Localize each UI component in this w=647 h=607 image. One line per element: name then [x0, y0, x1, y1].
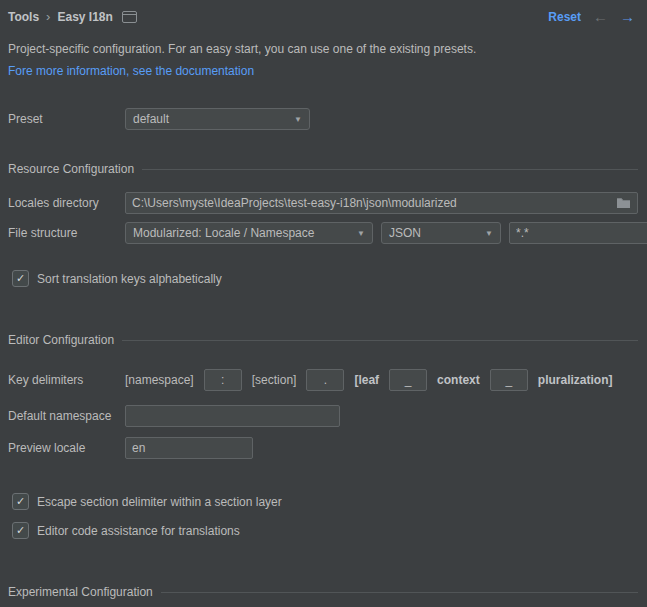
preview-locale-input[interactable]	[125, 437, 253, 459]
section-title: Editor Configuration	[8, 333, 114, 347]
escape-delimiter-checkbox[interactable]: ✓	[12, 493, 29, 510]
header-actions: Reset ← →	[548, 9, 635, 24]
file-format-dropdown-value: JSON	[389, 226, 421, 240]
checkmark-icon: ✓	[16, 496, 25, 507]
chevron-down-icon: ▼	[357, 229, 365, 238]
code-assistance-checkbox[interactable]: ✓	[12, 522, 29, 539]
folder-browse-icon[interactable]	[616, 196, 631, 209]
key-delimiters-row: Key delimiters [namespace] [section] [le…	[8, 369, 638, 391]
file-format-dropdown[interactable]: JSON ▼	[381, 222, 501, 244]
context-text: context	[437, 373, 480, 387]
default-namespace-input[interactable]	[125, 405, 340, 427]
preset-dropdown-value: default	[133, 112, 169, 126]
namespace-delimiter-input[interactable]	[204, 369, 242, 391]
locales-directory-label: Locales directory	[8, 196, 125, 210]
preview-locale-label: Preview locale	[8, 441, 125, 455]
file-structure-label: File structure	[8, 226, 125, 240]
section-divider	[142, 169, 638, 170]
pluralization-text: pluralization]	[538, 373, 613, 387]
locales-directory-row: Locales directory	[8, 192, 638, 214]
settings-page-icon[interactable]	[122, 11, 137, 23]
chevron-down-icon: ▼	[294, 115, 302, 124]
default-namespace-row: Default namespace	[8, 405, 638, 427]
key-delimiters-label: Key delimiters	[8, 373, 125, 387]
section-text: [section]	[252, 373, 297, 387]
section-title: Resource Configuration	[8, 162, 134, 176]
documentation-link[interactable]: Fore more information, see the documenta…	[8, 64, 254, 78]
escape-delimiter-checkbox-row[interactable]: ✓ Escape section delimiter within a sect…	[12, 493, 647, 510]
code-assistance-checkbox-row[interactable]: ✓ Editor code assistance for translation…	[12, 522, 647, 539]
section-divider	[161, 592, 638, 593]
escape-delimiter-checkbox-label: Escape section delimiter within a sectio…	[37, 495, 282, 509]
locales-directory-field-wrap	[125, 192, 638, 214]
back-arrow-icon[interactable]: ←	[593, 9, 608, 24]
locales-directory-input[interactable]	[125, 192, 638, 214]
breadcrumb-page-title: Easy I18n	[57, 10, 112, 24]
file-pattern-input[interactable]	[509, 222, 647, 244]
sort-keys-checkbox-row[interactable]: ✓ Sort translation keys alphabetically	[12, 270, 647, 287]
preset-label: Preset	[8, 112, 125, 126]
sort-keys-checkbox-label: Sort translation keys alphabetically	[37, 272, 222, 286]
section-delimiter-input[interactable]	[306, 369, 344, 391]
checkmark-icon: ✓	[16, 273, 25, 284]
leaf-delimiter-input[interactable]	[389, 369, 427, 391]
file-structure-row: File structure Modularized: Locale / Nam…	[8, 222, 638, 244]
default-namespace-label: Default namespace	[8, 409, 125, 423]
context-delimiter-input[interactable]	[490, 369, 528, 391]
breadcrumb: Tools › Easy I18n	[8, 9, 137, 24]
settings-header: Tools › Easy I18n Reset ← →	[0, 0, 647, 24]
section-title: Experimental Configuration	[8, 585, 153, 599]
forward-arrow-icon[interactable]: →	[620, 9, 635, 24]
file-structure-dropdown-value: Modularized: Locale / Namespace	[133, 226, 314, 240]
description-text: Project-specific configuration. For an e…	[8, 42, 639, 56]
preset-row: Preset default ▼	[8, 108, 638, 130]
file-structure-dropdown[interactable]: Modularized: Locale / Namespace ▼	[125, 222, 373, 244]
chevron-right-icon: ›	[46, 9, 50, 24]
reset-link[interactable]: Reset	[548, 10, 581, 24]
checkmark-icon: ✓	[16, 525, 25, 536]
leaf-text: [leaf	[354, 373, 379, 387]
preview-locale-row: Preview locale	[8, 437, 638, 459]
sort-keys-checkbox[interactable]: ✓	[12, 270, 29, 287]
breadcrumb-tools[interactable]: Tools	[8, 10, 39, 24]
chevron-down-icon: ▼	[485, 229, 493, 238]
namespace-text: [namespace]	[125, 373, 194, 387]
preset-dropdown[interactable]: default ▼	[125, 108, 310, 130]
experimental-configuration-section-header: Experimental Configuration	[8, 585, 638, 599]
section-divider	[122, 340, 638, 341]
editor-configuration-section-header: Editor Configuration	[8, 333, 638, 347]
code-assistance-checkbox-label: Editor code assistance for translations	[37, 524, 240, 538]
key-delimiters-editor: [namespace] [section] [leaf context plur…	[125, 369, 612, 391]
resource-configuration-section-header: Resource Configuration	[8, 162, 638, 176]
